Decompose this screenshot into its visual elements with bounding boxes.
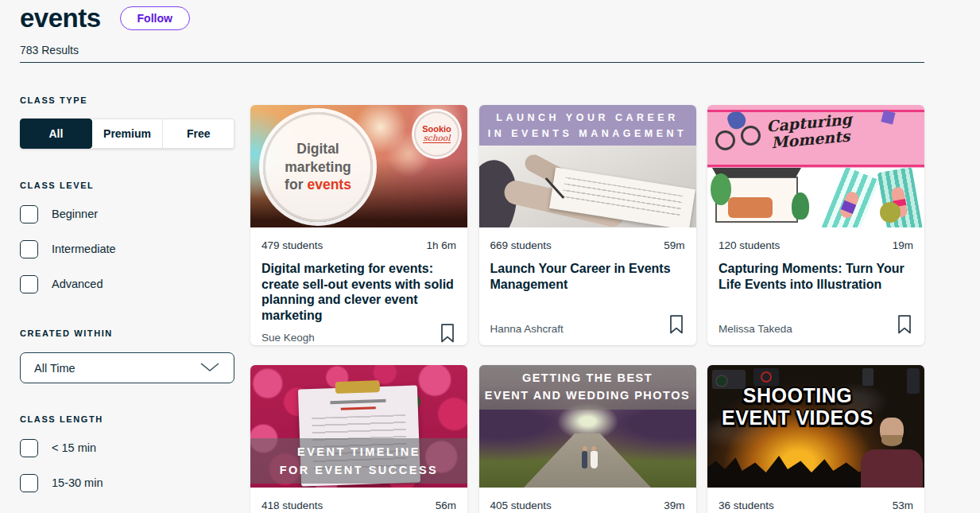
class-type-segmented-control: All Premium Free <box>20 119 234 149</box>
card-body: 479 students 1h 6m Digital marketing for… <box>250 227 467 345</box>
class-duration: 56m <box>436 499 456 511</box>
class-length-heading: Class Length <box>20 414 234 424</box>
class-card-launch-career[interactable]: LAUNCH YOUR CAREER IN EVENTS MANAGEMENT … <box>479 105 696 345</box>
thumbnail-banner: LAUNCH YOUR CAREER IN EVENTS MANAGEMENT <box>479 105 696 146</box>
class-card-capturing-moments[interactable]: Capturing Moments 120 students 19m <box>707 105 924 345</box>
created-within-select[interactable]: All Time <box>20 352 234 383</box>
class-duration: 19m <box>893 239 913 251</box>
class-title[interactable]: Launch Your Career in Events Management <box>490 261 685 292</box>
bookmark-icon[interactable] <box>439 323 456 344</box>
class-thumbnail[interactable]: Digital marketing forevents Sookio schoo… <box>250 105 467 227</box>
class-level-heading: Class Level <box>20 181 234 190</box>
under-15-label: < 15 min <box>52 441 96 454</box>
checkbox-row-15-30[interactable]: 15-30 min <box>20 473 234 492</box>
page-title: events <box>20 3 101 33</box>
class-thumbnail[interactable]: SHOOTING EVENT VIDEOS <box>707 365 924 488</box>
results-grid: Digital marketing forevents Sookio schoo… <box>250 105 924 513</box>
teacher-name[interactable]: Hanna Ashcraft <box>490 323 564 335</box>
sookio-school-badge: Sookio school <box>414 111 459 157</box>
checkbox-row-advanced[interactable]: Advanced <box>20 274 234 293</box>
thumb-text: Capturing Moments <box>757 110 862 152</box>
class-type-premium-button[interactable]: Premium <box>92 119 164 149</box>
thumbnail-presenter <box>861 418 923 488</box>
checkbox-row-beginner[interactable]: Beginner <box>20 204 234 223</box>
thumbnail-photo <box>479 146 696 227</box>
beginner-checkbox[interactable] <box>20 205 38 223</box>
class-thumbnail[interactable]: LAUNCH YOUR CAREER IN EVENTS MANAGEMENT <box>479 105 696 227</box>
page-header: events Follow 783 Results <box>20 0 924 63</box>
class-card-shooting-event-videos[interactable]: SHOOTING EVENT VIDEOS 36 students 53m <box>707 365 924 513</box>
students-count: 418 students <box>261 499 323 511</box>
class-title[interactable]: Digital marketing for events: create sel… <box>261 261 456 323</box>
class-duration: 59m <box>664 239 684 251</box>
bookmark-icon[interactable] <box>668 314 685 335</box>
created-within-heading: Created Within <box>20 328 234 338</box>
class-type-free-button[interactable]: Free <box>163 119 234 149</box>
created-within-value: All Time <box>34 362 76 375</box>
class-type-heading: Class Type <box>20 95 234 105</box>
thumbnail-illustration <box>707 168 924 227</box>
follow-button[interactable]: Follow <box>120 6 190 30</box>
class-duration: 1h 6m <box>426 239 456 251</box>
class-card-event-timeline[interactable]: EVENT TIMELINE FOR EVENT SUCCESS 418 stu… <box>250 365 467 513</box>
chevron-down-icon <box>199 361 220 375</box>
filters-sidebar: Class Type All Premium Free Class Level … <box>20 95 234 508</box>
checkbox-row-under-15[interactable]: < 15 min <box>20 438 234 457</box>
class-type-all-button[interactable]: All <box>20 119 92 149</box>
thumb-text: GETTING THE BEST <box>522 370 653 387</box>
students-count: 36 students <box>719 499 774 511</box>
advanced-checkbox[interactable] <box>20 275 38 293</box>
card-body: 36 students 53m <box>707 488 924 513</box>
thumb-text: EVENT TIMELINE <box>297 443 420 461</box>
header-divider <box>20 62 924 63</box>
thumb-text: EVENT AND WEDDING PHOTOS <box>485 387 690 405</box>
15-30-checkbox[interactable] <box>20 474 38 492</box>
intermediate-label: Intermediate <box>52 243 116 255</box>
thumb-text: forevents <box>285 176 351 194</box>
thumb-text: Digital <box>296 140 339 158</box>
class-card-digital-marketing[interactable]: Digital marketing forevents Sookio schoo… <box>250 105 467 345</box>
students-count: 120 students <box>719 239 780 251</box>
search-results-page: events Follow 783 Results Class Type All… <box>0 0 980 513</box>
teacher-name[interactable]: Sue Keogh <box>261 332 315 344</box>
thumb-text: LAUNCH YOUR CAREER <box>496 110 678 126</box>
checkbox-row-intermediate[interactable]: Intermediate <box>20 239 234 258</box>
thumb-text: marketing <box>285 158 351 177</box>
class-duration: 53m <box>893 499 913 511</box>
thumbnail-banner: GETTING THE BEST EVENT AND WEDDING PHOTO… <box>479 365 696 410</box>
class-thumbnail[interactable]: EVENT TIMELINE FOR EVENT SUCCESS <box>250 365 467 488</box>
thumbnail-title-circle: Digital marketing forevents <box>263 112 373 222</box>
thumbnail-banner: EVENT TIMELINE FOR EVENT SUCCESS <box>250 438 467 484</box>
intermediate-checkbox[interactable] <box>20 240 38 258</box>
beginner-label: Beginner <box>52 208 98 220</box>
class-length-list: < 15 min 15-30 min <box>20 438 234 492</box>
advanced-label: Advanced <box>52 278 103 290</box>
thumbnail-banner: Capturing Moments <box>707 105 924 168</box>
students-count: 669 students <box>490 239 552 251</box>
class-thumbnail[interactable]: GETTING THE BEST EVENT AND WEDDING PHOTO… <box>479 365 696 488</box>
card-body: 418 students 56m <box>250 488 467 513</box>
class-level-list: Beginner Intermediate Advanced <box>20 204 234 293</box>
students-count: 405 students <box>490 499 552 511</box>
card-body: 669 students 59m Launch Your Career in E… <box>479 227 696 345</box>
teacher-name[interactable]: Melissa Takeda <box>719 323 792 335</box>
bookmark-icon[interactable] <box>896 314 913 335</box>
class-duration: 39m <box>664 499 684 511</box>
students-count: 479 students <box>261 239 323 251</box>
class-title[interactable]: Capturing Moments: Turn Your Life Events… <box>719 261 913 292</box>
card-body: 120 students 19m Capturing Moments: Turn… <box>707 227 924 345</box>
thumb-text: IN EVENTS MANAGEMENT <box>488 126 687 142</box>
class-card-wedding-photos[interactable]: GETTING THE BEST EVENT AND WEDDING PHOTO… <box>479 365 696 513</box>
under-15-checkbox[interactable] <box>20 439 38 457</box>
thumb-text: FOR EVENT SUCCESS <box>280 461 439 479</box>
card-body: 405 students 39m <box>479 488 696 513</box>
class-thumbnail[interactable]: Capturing Moments <box>707 105 924 227</box>
results-count: 783 Results <box>20 44 924 56</box>
15-30-label: 15-30 min <box>52 476 103 489</box>
